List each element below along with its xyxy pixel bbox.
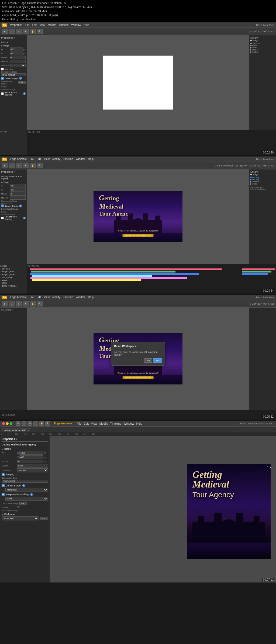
tb2-draw[interactable]: □ bbox=[9, 163, 15, 168]
resp-scaling-checkbox-1[interactable] bbox=[1, 92, 4, 95]
downlevel-edit-btn-1[interactable]: Edit... bbox=[18, 81, 26, 84]
toolbar-btn-text[interactable]: T bbox=[16, 29, 22, 34]
s4-preloader-edit-btn[interactable]: Edit... bbox=[40, 517, 48, 520]
stage-section-1[interactable]: Stage bbox=[1, 45, 26, 47]
menu-timeline-1[interactable]: Timeline bbox=[58, 23, 68, 26]
toolbar-btn-move[interactable]: ✋ bbox=[30, 29, 36, 34]
toolbar-btn-pin[interactable]: ✦ bbox=[23, 29, 29, 34]
menu-view-1[interactable]: View bbox=[39, 23, 45, 26]
tb3-text[interactable]: T bbox=[16, 301, 22, 306]
tb3-select[interactable]: ▶ bbox=[2, 301, 8, 306]
menu-timeline-4[interactable]: Timeline bbox=[110, 422, 121, 425]
s4-w-input[interactable] bbox=[19, 451, 43, 455]
s4-h-input[interactable] bbox=[19, 455, 43, 459]
menu-file-3[interactable]: File bbox=[29, 296, 34, 299]
menu-ea-3[interactable]: Edge Animate bbox=[10, 296, 27, 299]
menu-modify-3[interactable]: Modify bbox=[52, 296, 60, 299]
s4-preloader-select[interactable]: Immediate As needed bbox=[2, 516, 39, 520]
menu-file-2[interactable]: File bbox=[29, 158, 34, 161]
menu-file-1[interactable]: File bbox=[25, 23, 29, 26]
s4-center-stage-select[interactable]: Horizontal Vertical Both bbox=[5, 488, 48, 492]
stage-section-2[interactable]: Stage bbox=[1, 181, 26, 183]
medieval-btn-3[interactable]: View our illuminated manuscript bbox=[123, 376, 154, 379]
reset-yes-btn[interactable]: Yes bbox=[153, 358, 162, 363]
resp-scaling-info-1[interactable]: i bbox=[23, 92, 26, 95]
comp-class-input-1[interactable] bbox=[1, 73, 26, 76]
s4-autoplay-cb[interactable] bbox=[2, 473, 5, 476]
menu-window-2[interactable]: Window bbox=[76, 158, 85, 161]
menu-edit-3[interactable]: Edit bbox=[36, 296, 41, 299]
menu-view-4[interactable]: View bbox=[91, 422, 97, 425]
menu-view-2[interactable]: View bbox=[44, 158, 50, 161]
tab-getting-medieval[interactable]: getting_medieval.html* × bbox=[2, 428, 31, 432]
tb2-move[interactable]: ✋ bbox=[30, 163, 36, 168]
h-input-2[interactable] bbox=[10, 188, 26, 192]
menu-timeline-3[interactable]: Timeline bbox=[63, 296, 73, 299]
s4-overflow-select[interactable]: hidden visible scroll bbox=[17, 468, 48, 472]
cs-info-2[interactable]: i bbox=[19, 205, 22, 207]
menu-modify-1[interactable]: Modify bbox=[48, 23, 56, 26]
autoplay-checkbox-1[interactable] bbox=[1, 68, 4, 70]
s4-preloader-header[interactable]: ▼ Preloader bbox=[2, 513, 48, 516]
tb3-draw[interactable]: □ bbox=[9, 301, 15, 306]
s4-minw-input[interactable] bbox=[17, 460, 43, 463]
s4-center-stage-cb[interactable] bbox=[2, 484, 5, 487]
tb4-btn4[interactable]: T bbox=[33, 421, 38, 426]
minw-input-1[interactable] bbox=[10, 56, 26, 59]
menu-edge-animate-1[interactable]: Properties bbox=[10, 23, 22, 26]
toolbar-btn-draw[interactable]: □ bbox=[9, 29, 15, 34]
tb4-btn3[interactable]: ◉ bbox=[27, 421, 32, 426]
menu-window-3[interactable]: Window bbox=[76, 296, 85, 299]
menu-edit-1[interactable]: Edit bbox=[32, 23, 37, 26]
menu-help-3[interactable]: Help bbox=[88, 296, 94, 299]
menu-edit-2[interactable]: Edit bbox=[36, 158, 41, 161]
reset-no-btn[interactable]: No bbox=[144, 358, 152, 363]
menu-ea-2[interactable]: Edge Animate bbox=[10, 158, 27, 161]
resp-cb-2[interactable] bbox=[1, 217, 4, 219]
w-input-1[interactable] bbox=[10, 47, 23, 51]
menu-window-4[interactable]: Window bbox=[123, 422, 134, 425]
overflow-select-1[interactable] bbox=[10, 64, 26, 67]
tl-green[interactable] bbox=[10, 422, 12, 425]
tb2-pin[interactable]: ✦ bbox=[23, 163, 29, 168]
tb4-btn6[interactable]: 🔍 bbox=[45, 421, 50, 426]
tb4-btn2[interactable]: □ bbox=[22, 421, 26, 426]
center-stage-info-1[interactable]: i bbox=[19, 77, 22, 80]
s4-resp-cb[interactable] bbox=[2, 493, 5, 496]
menu-file-4[interactable]: File bbox=[77, 422, 81, 425]
tb3-zoom[interactable]: 🔍 bbox=[37, 301, 43, 306]
tb2-select[interactable]: ▶ bbox=[2, 163, 8, 168]
tb3-move[interactable]: ✋ bbox=[30, 301, 36, 306]
s4-resp-info[interactable]: i bbox=[30, 493, 33, 496]
menu-window-1[interactable]: Window bbox=[71, 23, 81, 26]
maxw-input-2[interactable] bbox=[10, 196, 26, 200]
s4-resp-select[interactable]: width height both bbox=[5, 497, 48, 501]
toolbar-btn-select[interactable]: ▶ bbox=[2, 29, 8, 34]
s4-maxw-input[interactable] bbox=[17, 464, 48, 468]
w-input-2[interactable] bbox=[10, 184, 26, 188]
menu-edit-4[interactable]: Edit bbox=[84, 422, 89, 425]
h-input-1[interactable] bbox=[10, 52, 23, 55]
toolbar-btn-zoom[interactable]: 🔍 bbox=[37, 29, 43, 34]
tl-red[interactable] bbox=[2, 422, 5, 425]
s4-cs-info[interactable]: i bbox=[22, 484, 25, 487]
s4-stage-header[interactable]: ▼ Stage bbox=[2, 448, 48, 450]
menu-modify-2[interactable]: Modify bbox=[52, 158, 60, 161]
s4-downlevel-edit-btn[interactable]: Edit... bbox=[19, 502, 27, 505]
tl-yellow[interactable] bbox=[6, 422, 9, 425]
tb4-btn1[interactable]: ⊞ bbox=[16, 421, 20, 426]
tb2-zoom[interactable]: 🔍 bbox=[37, 163, 43, 168]
tb2-text[interactable]: T bbox=[16, 163, 22, 168]
center-stage-cb-2[interactable] bbox=[1, 205, 4, 207]
maxw-input-1[interactable] bbox=[10, 60, 26, 63]
tb3-pin[interactable]: ✦ bbox=[23, 301, 29, 306]
minw-input-2[interactable] bbox=[10, 192, 26, 196]
menu-help-2[interactable]: Help bbox=[88, 158, 94, 161]
s4-comp-input[interactable] bbox=[2, 480, 48, 483]
menu-view-3[interactable]: View bbox=[44, 296, 50, 299]
menu-help-4[interactable]: Help bbox=[136, 422, 142, 425]
center-stage-checkbox-1[interactable] bbox=[1, 77, 4, 80]
tab-close[interactable]: × bbox=[27, 429, 29, 431]
menu-modify-4[interactable]: Modify bbox=[99, 422, 108, 425]
resp-info-2[interactable]: i bbox=[23, 217, 26, 219]
